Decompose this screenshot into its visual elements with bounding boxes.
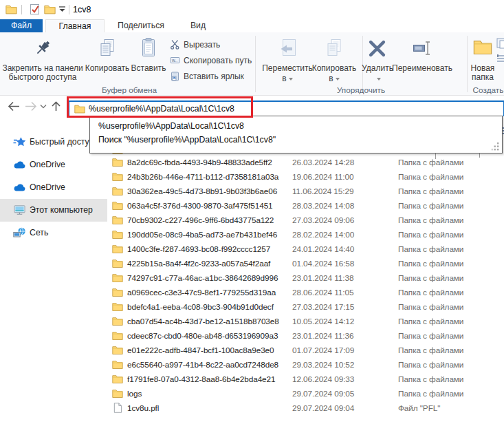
file-type: Папка с файлами [398, 346, 463, 355]
paste-shortcut-icon [170, 71, 180, 81]
cut-label: Вырезать [184, 40, 220, 50]
cut-button[interactable]: Вырезать [170, 39, 252, 51]
copy-icon [98, 38, 117, 59]
file-row[interactable]: 24b3b26b-446e-4711-b112-d7358181a03a 19.… [110, 170, 504, 184]
tab-home[interactable]: Главная [45, 19, 105, 32]
new-item-icon[interactable] [496, 38, 504, 49]
file-type: Папка с файлами [398, 273, 463, 283]
qat-properties-icon[interactable] [29, 3, 41, 15]
file-type: Папка с файлами [398, 215, 463, 225]
file-icon [112, 403, 123, 413]
ribbon: Закрепить на панели быстрого доступа Коп… [0, 32, 504, 96]
file-type: Папка с файлами [398, 374, 463, 384]
file-row[interactable]: 8a2dc69c-fbda-4493-94b9-48833ade5ff2 26.… [110, 156, 504, 170]
group-new-label: Создать [468, 85, 504, 95]
rename-label: Переименовать [389, 64, 455, 73]
file-date-modified: 28.06.2024 11:05 [292, 288, 353, 297]
new-folder-button[interactable]: Новая папка [468, 32, 498, 93]
file-type: Папка с файлами [398, 244, 463, 254]
file-name: e01e222c-adfb-4847-bcf1-100ac8a9e3e0 [127, 346, 274, 355]
resize-grip-icon[interactable] [492, 142, 500, 151]
file-row[interactable]: cdeec87c-cbd0-480e-ab48-d653196909a3 23.… [110, 329, 504, 343]
tab-view[interactable]: Вид [180, 19, 216, 32]
ribbon-tabs: Файл Главная Поделиться Вид [0, 19, 504, 32]
file-row[interactable]: a0969cec-c3e3-47c9-8ef1-779255d319aa 28.… [110, 286, 504, 300]
file-row[interactable]: cba07d54-ac4b-43d7-be12-a1518b8703e8 10.… [110, 315, 504, 329]
file-row[interactable]: e6c55640-a997-41b4-8c22-aa0cd7248de8 29.… [110, 358, 504, 372]
file-name: 70cb9302-c227-496c-9ff6-6bd43775a122 [127, 215, 274, 225]
folder-icon [112, 171, 123, 182]
file-date-modified: 28.03.2024 14:08 [292, 201, 354, 211]
folder-icon [112, 301, 123, 312]
paste-icon [139, 36, 158, 59]
suggestion-search[interactable]: Поиск "%userprofile%\AppData\Local\1C\1c… [98, 135, 276, 145]
file-date-modified: 23.01.2024 11:36 [292, 331, 353, 341]
sidebar-item[interactable]: OneDrive [0, 153, 107, 176]
file-row[interactable]: 70cb9302-c227-496c-9ff6-6bd43775a122 27.… [110, 213, 504, 228]
copy-path-button[interactable]: w.. Скопировать путь [170, 54, 252, 67]
file-row[interactable]: logs 29.07.2024 09:05 Папка с файлами [110, 387, 504, 401]
easy-access-icon[interactable] [496, 54, 504, 63]
folder-icon [112, 316, 123, 326]
paste-shortcut-label: Вставить ярлык [184, 72, 244, 81]
sidebar-item[interactable]: Этот компьютер [0, 199, 107, 222]
recent-locations-chevron[interactable] [40, 104, 47, 109]
file-row[interactable]: 30a362ea-49c5-4d73-8b91-9b03f3b6ae06 11.… [110, 184, 504, 199]
qat-customize-icon[interactable] [58, 6, 66, 12]
pin-quick-access-button[interactable]: Закрепить на панели быстрого доступа [1, 32, 84, 93]
sidebar-item[interactable]: Сеть [0, 222, 107, 244]
file-name: f1791fe8-07a0-4312-8aa8-6b4e2bda4e21 [127, 374, 276, 384]
titlebar-separator [21, 5, 22, 14]
file-name: 1cv8u.pfl [127, 403, 159, 413]
sidebar-item-label: Этот компьютер [30, 205, 93, 215]
sidebar-item-label: OneDrive [30, 182, 65, 192]
file-date-modified: 27.03.2024 17:15 [292, 302, 354, 312]
suggestion-path[interactable]: %userprofile%\AppData\Local\1C\1cv8 [98, 121, 244, 131]
copy-to-sub-label: в [329, 74, 333, 83]
file-name: logs [127, 389, 142, 399]
file-row[interactable]: 74297c91-c77a-46ac-a1bc-38642689d996 23.… [110, 271, 504, 286]
file-row[interactable]: f1791fe8-07a0-4312-8aa8-6b4e2bda4e21 12.… [110, 372, 504, 387]
folder-icon [112, 359, 123, 370]
sidebar-item[interactable]: OneDrive [0, 176, 107, 199]
folder-icon [112, 200, 123, 211]
rename-button[interactable]: Переименовать [389, 32, 455, 93]
file-row[interactable]: 1cv8u.pfl 29.07.2024 09:04 Файл "PFL" [110, 401, 504, 416]
folder-icon [112, 244, 123, 254]
tab-share[interactable]: Поделиться [109, 19, 173, 32]
paste-button[interactable]: Вставить [131, 32, 166, 93]
tab-file[interactable]: Файл [0, 19, 43, 32]
file-row[interactable]: e01e222c-adfb-4847-bcf1-100ac8a9e3e0 01.… [110, 343, 504, 358]
file-date-modified: 27.03.2024 09:06 [292, 215, 354, 225]
file-row[interactable]: bdefc4a1-eeba-4c08-9bc3-904b91d0decf 27.… [110, 300, 504, 315]
back-button[interactable] [7, 101, 20, 112]
file-type: Папка с файлами [398, 288, 463, 297]
dropdown-arrow-icon [289, 78, 293, 81]
file-row[interactable]: 4225b15a-8a4f-4f2c-9233-a057a54f2aaf 01.… [110, 257, 504, 271]
paste-shortcut-button[interactable]: Вставить ярлык [170, 70, 252, 83]
file-type: Папка с файлами [398, 259, 463, 268]
file-date-modified: 26.03.2024 14:28 [292, 158, 354, 167]
file-date-modified: 29.07.2024 09:04 [292, 403, 354, 413]
titlebar-separator [69, 5, 69, 14]
file-row[interactable]: 1400c3fe-f287-4693-bc08-f992cccc1257 24.… [110, 242, 504, 257]
dropdown-arrow-icon [377, 78, 381, 81]
file-date-modified: 11.06.2024 15:29 [292, 187, 353, 196]
pushpin-icon [33, 39, 52, 58]
file-row[interactable]: 190dd05e-08c9-4ba5-ad73-ae7b431bef46 28.… [110, 228, 504, 242]
file-type: Папка с файлами [398, 331, 463, 341]
move-to-sub-label: в [282, 74, 286, 83]
forward-button[interactable] [25, 101, 38, 112]
qat-new-folder-icon[interactable] [44, 4, 56, 14]
up-button[interactable] [50, 101, 62, 112]
onedrive-icon [13, 159, 26, 170]
copy-to-icon [324, 38, 344, 59]
copy-button[interactable]: Копировать [84, 32, 131, 93]
file-type: Папка с файлами [398, 158, 463, 167]
paste-label: Вставить [131, 64, 166, 73]
quick-access-icon [13, 136, 26, 147]
title-bar: 1cv8 [0, 0, 504, 19]
delete-x-icon [368, 39, 386, 58]
folder-icon [112, 287, 123, 297]
file-row[interactable]: 063a4c5f-376d-4300-9870-3af475f51451 28.… [110, 199, 504, 213]
